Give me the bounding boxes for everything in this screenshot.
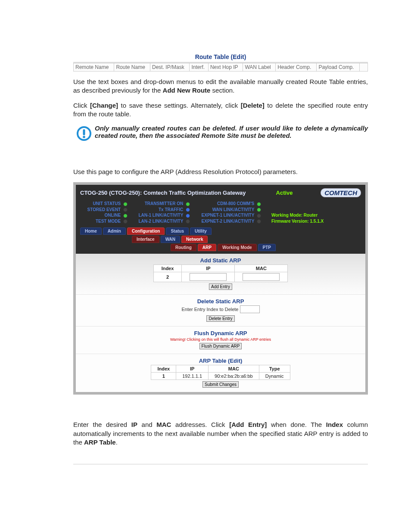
- route-table-edit-title: Route Table (Edit): [73, 52, 368, 62]
- led-icon: [123, 214, 128, 218]
- lan1-label: LAN-1 LINK/ACTIVITY: [139, 213, 184, 218]
- led-icon: [257, 208, 261, 212]
- tx-traffic-label: Tx TRAFFIC: [159, 207, 183, 212]
- col-remote-name: Remote Name: [74, 63, 114, 72]
- flush-dynamic-arp-title: Flush Dynamic ARP: [76, 330, 365, 336]
- tab-status[interactable]: Status: [166, 227, 189, 235]
- tab-admin[interactable]: Admin: [103, 227, 126, 235]
- svg-point-2: [83, 136, 85, 138]
- col-mac: MAC: [209, 365, 259, 373]
- tab-home[interactable]: Home: [80, 227, 102, 235]
- col-interf: Interf.: [190, 63, 208, 72]
- footer-rule: [73, 464, 368, 464]
- working-mode-label: Working Mode:: [271, 213, 302, 218]
- col-header-comp: Header Comp.: [276, 63, 317, 72]
- led-icon: [186, 208, 190, 212]
- unit-status-label: UNIT STATUS: [93, 201, 121, 206]
- tab-wan[interactable]: WAN: [161, 236, 180, 243]
- cell-mac: 90:e2:ba:2b:a6:bb: [209, 373, 259, 380]
- led-icon: [186, 214, 190, 218]
- led-icon: [123, 208, 128, 212]
- tab-utility[interactable]: Utility: [190, 227, 212, 235]
- tab-arp[interactable]: ARP: [198, 244, 216, 251]
- col-next-hop-ip: Next Hop IP: [208, 63, 243, 72]
- led-icon: [123, 219, 128, 224]
- lan2-label: LAN-2 LINK/ACTIVITY: [139, 219, 184, 224]
- tab-interface[interactable]: Interface: [132, 236, 159, 243]
- paragraph-edit-instructions: Use the text boxes and drop-down menus t…: [73, 78, 368, 95]
- route-table-edit-headers: Remote Name Route Name Dest. IP/Mask Int…: [73, 62, 368, 72]
- cdm800-label: CDM-800 COMM'S: [217, 201, 254, 206]
- cell-ip: 192.1.1.1: [176, 373, 209, 380]
- active-status: Active: [276, 190, 293, 196]
- arp-table-edit: Index IP MAC Type 1 192.1.1.1 90:e2:ba:2…: [151, 365, 290, 380]
- col-index: Index: [151, 365, 176, 373]
- delete-entry-button[interactable]: Delete Entry: [206, 315, 234, 322]
- add-entry-button[interactable]: Add Entry: [209, 283, 232, 290]
- led-icon: [257, 219, 261, 224]
- col-payload-comp: Payload Comp.: [317, 63, 360, 72]
- tab-routing[interactable]: Routing: [171, 244, 196, 251]
- col-wan-label: WAN Label: [243, 63, 276, 72]
- table-row: 1 192.1.1.1 90:e2:ba:2b:a6:bb Dynamic: [151, 373, 290, 380]
- led-icon: [186, 202, 190, 206]
- expnet1-label: EXPNET-1 LINK/ACTIVITY: [202, 213, 255, 218]
- tab-configuration[interactable]: Configuration: [127, 227, 165, 235]
- info-icon: [76, 125, 92, 142]
- cell-type: Dynamic: [259, 373, 290, 380]
- wanlink-label: WAN LINK/ACTIVITY: [212, 207, 255, 212]
- paragraph-change-delete: Click [Change] to save these settings. A…: [73, 101, 368, 119]
- led-icon: [186, 219, 190, 224]
- led-icon: [257, 214, 261, 218]
- working-mode-value: Router: [304, 213, 318, 218]
- tab-working-mode[interactable]: Working Mode: [218, 244, 257, 251]
- firmware-label: Firmware Version:: [271, 219, 309, 224]
- paragraph-add-entry-instructions: Enter the desired IP and MAC addresses. …: [73, 420, 368, 447]
- add-static-arp-title: Add Static ARP: [76, 257, 365, 264]
- col-mac: MAC: [235, 265, 288, 272]
- arp-table-edit-title: ARP Table (Edit): [76, 358, 365, 364]
- col-ip: IP: [176, 365, 209, 373]
- stored-event-label: STORED EVENT: [87, 207, 121, 212]
- add-index-value: 2: [166, 274, 169, 280]
- delete-static-arp-title: Delete Static ARP: [76, 298, 365, 305]
- add-static-arp-table: Index IP MAC 2: [153, 264, 288, 282]
- col-route-name: Route Name: [114, 63, 150, 72]
- arp-page-screenshot: CTOG-250 (CTOG-250): Comtech Traffic Opt…: [73, 182, 368, 395]
- delete-index-input[interactable]: [240, 305, 260, 313]
- online-label: ONLINE: [104, 213, 121, 218]
- svg-rect-1: [83, 129, 85, 135]
- led-icon: [257, 202, 261, 206]
- tab-network[interactable]: Network: [181, 236, 208, 243]
- col-ip: IP: [182, 265, 235, 272]
- add-mac-input[interactable]: [243, 273, 280, 281]
- submit-changes-button[interactable]: Submit Changes: [202, 381, 239, 388]
- tx-on-label: TRANSMITTER ON: [145, 201, 183, 206]
- comtech-logo: COMTECH: [321, 188, 361, 197]
- device-title: CTOG-250 (CTOG-250): Comtech Traffic Opt…: [80, 190, 246, 196]
- firmware-value: 1.5.1.X: [310, 219, 324, 224]
- flush-dynamic-arp-button[interactable]: Flush Dynamic ARP: [199, 343, 242, 349]
- delete-index-label: Enter Entry Index to Delete: [181, 307, 238, 312]
- col-type: Type: [259, 365, 290, 373]
- tab-ptp[interactable]: PTP: [258, 244, 276, 251]
- col-dest-ip-mask: Dest. IP/Mask: [150, 63, 190, 72]
- led-icon: [123, 202, 128, 206]
- flush-warning-text: Warning! Clicking on this will flush all…: [76, 337, 365, 342]
- col-spacer: [360, 63, 368, 72]
- cell-index: 1: [162, 373, 165, 379]
- add-ip-input[interactable]: [190, 273, 227, 281]
- route-table-edit-figure: Route Table (Edit) Remote Name Route Nam…: [73, 52, 368, 72]
- arp-intro: Use this page to configure the ARP (Addr…: [73, 168, 368, 176]
- col-index: Index: [153, 265, 182, 272]
- note-row: Only manually created routes can be dele…: [73, 124, 368, 142]
- note-text: Only manually created routes can be dele…: [95, 124, 368, 139]
- test-mode-label: TEST MODE: [96, 219, 121, 224]
- expnet2-label: EXPNET-2 LINK/ACTIVITY: [202, 219, 255, 224]
